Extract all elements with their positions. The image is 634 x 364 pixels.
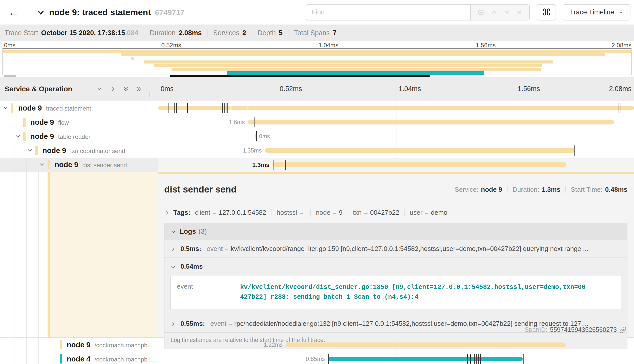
- span-name-cell[interactable]: node 9dist sender send: [0, 158, 158, 172]
- indent-guide: [2, 172, 2, 337]
- span-timeline-track[interactable]: 0ms: [158, 129, 634, 143]
- span-id-row: SpanID: 5597415943526560273: [524, 326, 626, 333]
- span-service-name: node 9: [30, 132, 54, 140]
- span-row[interactable]: node 9traced statement: [0, 101, 634, 115]
- log-entry-header[interactable]: 0.54ms: [171, 258, 621, 275]
- span-id-label: SpanID:: [524, 326, 547, 333]
- span-row[interactable]: node 9/cockroach.roachpb.I...1.22ms: [0, 338, 634, 352]
- span-row[interactable]: node 9txn coordinator send1.35ms: [0, 143, 634, 158]
- span-detail-header: dist sender send Service: node 9 Duratio…: [164, 184, 627, 195]
- copy-link-icon[interactable]: [619, 326, 626, 333]
- find-group: [306, 4, 530, 20]
- find-input[interactable]: [306, 4, 470, 20]
- timeline-gridline: [515, 129, 515, 143]
- span-name-cell[interactable]: node 9table reader: [0, 129, 158, 143]
- span-bar[interactable]: [248, 120, 614, 124]
- tag-key: hostssl: [277, 209, 297, 217]
- span-name-cell[interactable]: node 4/cockroach.roachpb.I...: [0, 352, 158, 364]
- span-timeline-track[interactable]: [158, 101, 634, 115]
- span-bar[interactable]: [328, 357, 523, 361]
- span-color-bar: [60, 340, 62, 349]
- minimap-canvas[interactable]: [3, 48, 631, 75]
- minimap-scrubber-handle[interactable]: [4, 75, 16, 77]
- log-marker: [222, 103, 223, 113]
- minimap-span-bar: [227, 71, 484, 75]
- span-timeline-track[interactable]: 1.3ms: [158, 158, 634, 172]
- log-entry[interactable]: 0.5ms: event=kv/kvclient/kvcoord/range_i…: [164, 240, 627, 258]
- log-timestamp: 0.54ms: [180, 263, 203, 270]
- start-time-meta-label: Start Time:: [571, 186, 603, 194]
- horizontal-scrollbar-thumb[interactable]: [170, 75, 430, 77]
- span-timeline-track[interactable]: 1.35ms: [158, 143, 634, 158]
- tag-value: demo: [431, 209, 447, 217]
- clear-search-icon[interactable]: [517, 9, 523, 15]
- trace-view-selector[interactable]: Trace Timeline: [563, 4, 630, 20]
- span-timeline-track[interactable]: 1.22ms: [158, 338, 634, 352]
- span-name-cell[interactable]: node 9txn coordinator send: [0, 143, 158, 158]
- span-operation-name: flow: [58, 119, 69, 126]
- next-match-icon[interactable]: [504, 9, 510, 16]
- indent-guide: [14, 172, 14, 337]
- minimap-tick-label: 1.04ms: [319, 42, 339, 49]
- scroll-to-match-icon[interactable]: [477, 9, 484, 16]
- indent-guide: [2, 143, 2, 158]
- log-marker: [221, 103, 221, 113]
- span-bar[interactable]: [272, 162, 566, 167]
- logs-header[interactable]: Logs (3): [164, 223, 627, 240]
- keyboard-shortcuts-button[interactable]: ⌘: [537, 4, 556, 20]
- duration-label: Duration: [150, 29, 176, 37]
- span-timeline-track[interactable]: 1.6ms: [158, 115, 634, 129]
- span-color-bar: [48, 160, 50, 169]
- span-collapse-chevron-icon[interactable]: [27, 147, 33, 154]
- tag-key: txn: [353, 209, 362, 217]
- trace-title-chevron-icon[interactable]: [36, 8, 45, 17]
- span-bar[interactable]: [286, 342, 566, 347]
- tag-key: node: [316, 209, 330, 217]
- depth-value: 5: [279, 29, 283, 37]
- back-button[interactable]: ←: [0, 0, 27, 25]
- span-name-cell[interactable]: node 9flow: [0, 115, 158, 129]
- span-row[interactable]: node 9flow1.6ms: [0, 115, 634, 129]
- log-marker: [176, 103, 177, 113]
- indent-guide: [14, 158, 14, 172]
- log-field-key: event: [177, 283, 240, 302]
- log-marker: [621, 103, 621, 113]
- span-service-name: node 4: [67, 355, 90, 363]
- span-collapse-chevron-icon[interactable]: [3, 105, 9, 111]
- span-row[interactable]: node 9dist sender send1.3ms: [0, 158, 634, 172]
- column-resize-handle[interactable]: [149, 92, 151, 97]
- span-name-label: node 9txn coordinator send: [43, 146, 125, 155]
- span-collapse-chevron-icon[interactable]: [39, 162, 45, 168]
- span-timeline-track[interactable]: 0.85ms: [158, 352, 634, 364]
- log-collapse-chevron-icon: [171, 264, 176, 269]
- collapse-all-icon[interactable]: [122, 86, 129, 92]
- span-collapse-chevron-icon[interactable]: [15, 133, 21, 139]
- trace-view-selector-label: Trace Timeline: [570, 8, 614, 16]
- divider: [404, 209, 405, 217]
- collapse-one-icon[interactable]: [96, 86, 103, 92]
- indent-guide: [14, 352, 14, 364]
- divider: [252, 29, 252, 37]
- expand-one-icon[interactable]: [109, 86, 116, 92]
- minimap-axis-labels: 0ms 0.52ms 1.04ms 1.56ms 2.08ms: [3, 41, 631, 48]
- selected-span-highlight: [50, 172, 158, 337]
- logs-count: (3): [199, 228, 207, 235]
- tags-row[interactable]: Tags: client=127.0.0.1:54582 hostssl= no…: [164, 209, 627, 217]
- log-marker: [168, 103, 168, 113]
- span-row[interactable]: node 4/cockroach.roachpb.I...0.85ms: [0, 352, 634, 364]
- depth-label: Depth: [258, 29, 276, 37]
- span-row[interactable]: node 9table reader0ms: [0, 129, 634, 143]
- span-name-cell[interactable]: node 9traced statement: [0, 101, 158, 115]
- span-bar[interactable]: [265, 148, 575, 153]
- span-duration-label: 1.3ms: [252, 161, 269, 168]
- span-duration-label: 1.22ms: [264, 341, 283, 348]
- divider: [144, 29, 144, 37]
- minimap-span-bar: [144, 60, 553, 63]
- tag-value: 00427b22: [370, 209, 399, 217]
- prev-match-icon[interactable]: [491, 9, 497, 16]
- axis-tick-label: 1.56ms: [518, 85, 540, 93]
- log-marker: [224, 103, 225, 113]
- span-bar[interactable]: [158, 106, 634, 110]
- expand-all-icon[interactable]: [136, 86, 142, 92]
- span-name-cell[interactable]: node 9/cockroach.roachpb.I...: [0, 338, 158, 352]
